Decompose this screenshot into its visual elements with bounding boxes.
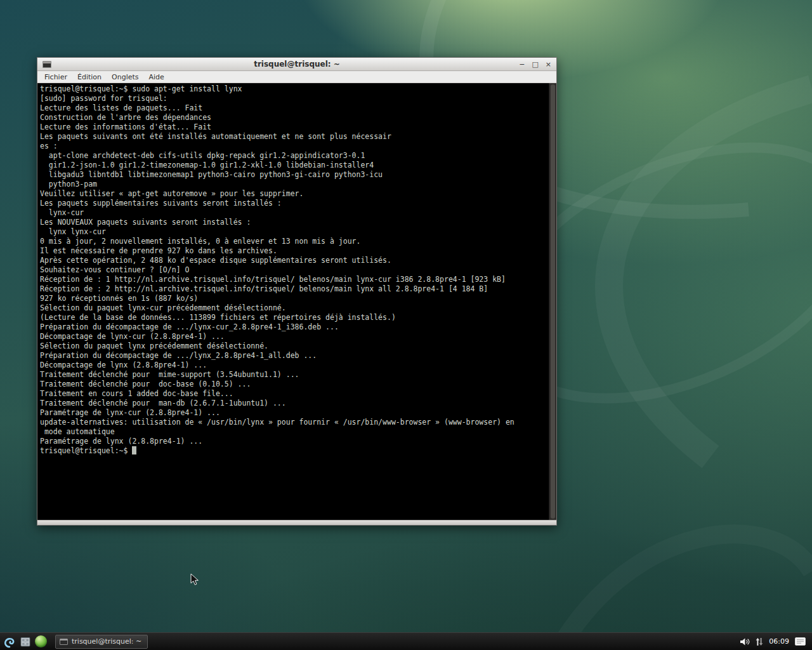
terminal-line: Souhaitez-vous continuer ? [O/n] O (40, 265, 549, 275)
terminal-line: Veuillez utiliser « apt-get autoremove »… (40, 189, 549, 199)
terminal-line: Après cette opération, 2 488 ko d'espace… (40, 256, 549, 265)
taskbar: trisquel@trisquel: ~ 06:09 (0, 632, 812, 650)
terminal-cursor (132, 446, 136, 454)
terminal-line: (Lecture de la base de données... 113899… (40, 313, 549, 322)
maximize-button[interactable]: □ (532, 61, 538, 68)
terminal-line: [sudo] password for trisquel: (40, 94, 549, 103)
menu-item-aide[interactable]: Aide (144, 72, 169, 83)
terminal-line: Les NOUVEAUX paquets suivants seront ins… (40, 218, 549, 227)
browser-launcher[interactable] (33, 633, 49, 650)
titlebar[interactable]: trisquel@trisquel: ~ − □ × (37, 58, 556, 71)
clipboard-icon (795, 637, 806, 646)
terminal-window-icon (43, 61, 51, 68)
terminal-line: Construction de l'arbre des dépendances (40, 113, 549, 123)
terminal-line: lynx lynx-cur (40, 227, 549, 237)
mouse-cursor (190, 573, 200, 587)
terminal-line: Les paquets supplémentaires suivants ser… (40, 199, 549, 208)
clock[interactable]: 06:09 (769, 637, 789, 646)
minimize-button[interactable]: − (519, 61, 525, 68)
terminal-line: Traitement déclenché pour doc-base (0.10… (40, 380, 549, 389)
terminal-line: Paramétrage de lynx-cur (2.8.8pre4-1) ..… (40, 408, 549, 418)
green-globe-icon (35, 635, 47, 647)
network-activity-icon (756, 637, 763, 646)
terminal-line: apt-clone archdetect-deb cifs-utils dpkg… (40, 151, 549, 161)
terminal-line: Sélection du paquet lynx précédemment dé… (40, 342, 549, 351)
terminal-line: Traitement en cours 1 added doc-base fil… (40, 389, 549, 399)
window-list-label: trisquel@trisquel: ~ (72, 637, 141, 646)
terminal-output[interactable]: trisquel@trisquel:~$ sudo apt-get instal… (37, 83, 549, 520)
terminal-line: Sélection du paquet lynx-cur précédemmen… (40, 303, 549, 313)
file-cabinet-icon (19, 635, 32, 648)
terminal-window: trisquel@trisquel: ~ − □ × FichierÉditio… (37, 57, 557, 526)
window-resize-edge[interactable] (37, 520, 556, 525)
trisquel-menu-button[interactable] (1, 633, 17, 650)
window-title: trisquel@trisquel: ~ (37, 60, 556, 69)
trisquel-swirl-icon (3, 635, 16, 648)
file-manager-launcher[interactable] (17, 633, 33, 650)
volume-button[interactable] (740, 637, 750, 646)
terminal-line: Lecture des listes de paquets... Fait (40, 103, 549, 113)
terminal-line: 0 mis à jour, 2 nouvellement installés, … (40, 237, 549, 246)
desktop[interactable]: trisquel@trisquel: ~ − □ × FichierÉditio… (0, 0, 812, 650)
menu-item-fichier[interactable]: Fichier (39, 72, 72, 83)
speaker-icon (740, 637, 750, 646)
terminal-line: 927 ko réceptionnés en 1s (887 ko/s) (40, 294, 549, 303)
terminal-line: trisquel@trisquel:~$ sudo apt-get instal… (40, 84, 549, 94)
terminal-line: Les paquets suivants ont été installés a… (40, 132, 549, 142)
terminal-line: update-alternatives: utilisation de « /u… (40, 418, 549, 427)
menu-item-onglets[interactable]: Onglets (107, 72, 143, 83)
close-button[interactable]: × (546, 61, 551, 68)
terminal-line: Décompactage de lynx (2.8.8pre4-1) ... (40, 361, 549, 370)
window-list-button[interactable]: trisquel@trisquel: ~ (55, 635, 148, 649)
terminal-icon (60, 639, 68, 645)
system-tray: 06:09 (740, 637, 811, 646)
terminal-line: Préparation du décompactage de .../lynx_… (40, 351, 549, 361)
terminal-line: es : (40, 142, 549, 151)
scrollbar-thumb[interactable] (551, 84, 555, 519)
menubar: FichierÉditionOngletsAide (37, 71, 556, 83)
terminal-line: gir1.2-json-1.0 gir1.2-timezonemap-1.0 g… (40, 161, 549, 170)
terminal-line: lynx-cur (40, 208, 549, 218)
network-activity-button[interactable] (756, 637, 763, 646)
terminal-line: Lecture des informations d'état... Fait (40, 123, 549, 132)
terminal-line: Traitement déclenché pour man-db (2.6.7.… (40, 399, 549, 408)
menu-item-edition[interactable]: Édition (72, 72, 107, 83)
terminal-line: libgadu3 libntdb1 libtimezonemap1 python… (40, 170, 549, 180)
terminal-line: mode automatique (40, 427, 549, 437)
window-controls: − □ × (519, 61, 551, 68)
terminal-line: Réception de : 2 http://nl.archive.trisq… (40, 284, 549, 294)
terminal-line: Décompactage de lynx-cur (2.8.8pre4-1) .… (40, 332, 549, 342)
terminal-prompt-line: trisquel@trisquel:~$ (40, 446, 549, 456)
terminal-area: trisquel@trisquel:~$ sudo apt-get instal… (37, 83, 556, 520)
terminal-line: Paramétrage de lynx (2.8.8pre4-1) ... (40, 437, 549, 446)
terminal-line: Traitement déclenché pour mime-support (… (40, 370, 549, 380)
clipboard-tray-button[interactable] (795, 637, 806, 646)
terminal-line: Il est nécessaire de prendre 927 ko dans… (40, 246, 549, 256)
terminal-line: Préparation du décompactage de .../lynx-… (40, 322, 549, 332)
terminal-line: python3-pam (40, 180, 549, 189)
terminal-line: Réception de : 1 http://nl.archive.trisq… (40, 275, 549, 284)
terminal-scrollbar[interactable] (549, 83, 556, 520)
